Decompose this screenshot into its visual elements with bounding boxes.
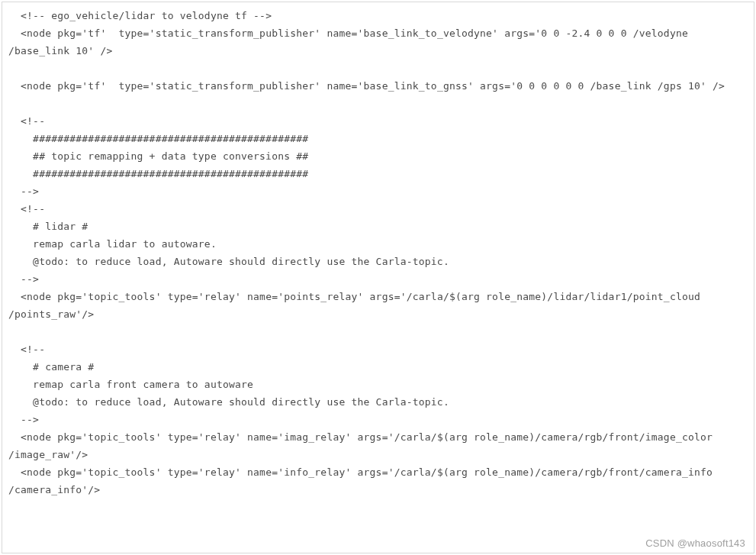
- code-block: <!-- ego_vehicle/lidar to velodyne tf --…: [8, 7, 748, 499]
- watermark: CSDN @whaosoft143: [645, 537, 745, 549]
- code-container: <!-- ego_vehicle/lidar to velodyne tf --…: [2, 2, 754, 553]
